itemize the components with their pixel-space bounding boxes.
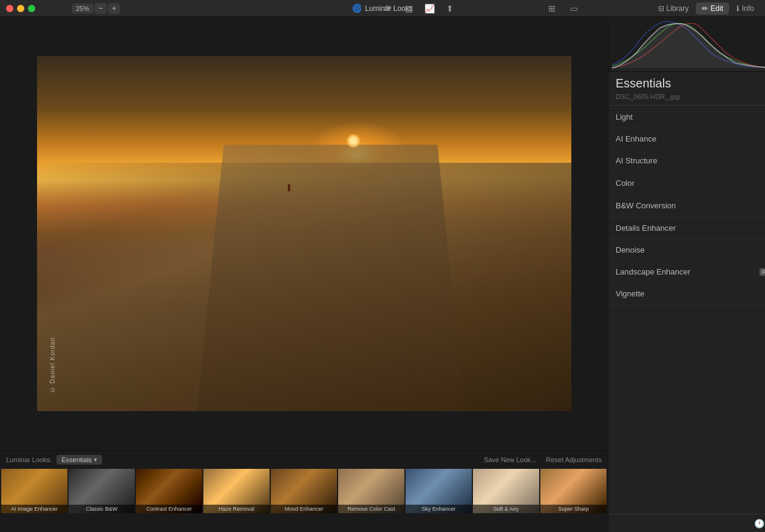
filmstrip-toolbar: Luminar Looks: Essentials ▾ Save New Loo… [0, 451, 608, 469]
sun [347, 134, 360, 148]
histogram-chart [608, 17, 765, 71]
right-panel: ⊞ ▌▌ Essentials ▐▌ DSC_0605-HDR_.jpg Lig… [608, 17, 765, 532]
adj-label: Vignette [616, 289, 644, 298]
panel-header: Essentials ▐▌ [608, 72, 765, 93]
list-item[interactable]: Haze Removal [203, 469, 270, 513]
tab-library[interactable]: ⊟ Library [652, 2, 695, 15]
adjustment-ai-structure[interactable]: AI Structure [608, 150, 765, 172]
adjustment-details-enhancer[interactable]: Details Enhancer 🙂 [608, 217, 765, 239]
list-item[interactable]: Mood Enhancer [271, 469, 337, 513]
adj-label: Color [616, 179, 634, 188]
thumb-label: Super Sharp [540, 505, 607, 513]
thumb-label: Mood Enhancer [271, 505, 337, 513]
tab-info[interactable]: ℹ Info [730, 2, 760, 15]
adj-label: AI Structure [616, 156, 658, 165]
zoom-level[interactable]: 25% [72, 4, 93, 13]
thumb-label: Remove Color Cast [338, 505, 404, 513]
adj-label: AI Enhance [616, 134, 656, 143]
window-controls [0, 5, 35, 12]
histogram-icon[interactable]: 📈 [420, 2, 438, 15]
adjustment-light[interactable]: Light ☀ [608, 106, 765, 128]
main-area: © Daniel Kordan Luminar Looks: Essential… [0, 17, 765, 532]
adj-label: B&W Conversion [616, 201, 676, 210]
photo-watermark: © Daniel Kordan [49, 337, 56, 393]
filmstrip-tag[interactable]: Essentials ▾ [56, 455, 102, 465]
list-item[interactable]: Contrast Enhancer [136, 469, 202, 513]
thumb-label: Contrast Enhancer [136, 505, 202, 513]
close-button[interactable] [6, 5, 13, 12]
zoom-minus-button[interactable]: − [95, 3, 107, 14]
adjustment-denoise[interactable]: Denoise [608, 239, 765, 261]
adj-label: Denoise [616, 245, 645, 254]
pro-badge: PRO [760, 268, 765, 276]
grid-icon[interactable]: ⊞ [543, 2, 561, 15]
image-container[interactable]: © Daniel Kordan [0, 17, 608, 450]
minimize-button[interactable] [17, 5, 24, 12]
thumb-label: Soft & Airy [473, 505, 539, 513]
edit-icon: ✏ [702, 4, 708, 13]
photo: © Daniel Kordan [37, 56, 571, 411]
list-item[interactable]: Super Sharp [540, 469, 607, 513]
toolbar-right: ⊟ Library ✏ Edit ℹ Info [652, 2, 765, 15]
list-item[interactable]: Soft & Airy [473, 469, 539, 513]
tab-edit[interactable]: ✏ Edit [696, 2, 729, 15]
list-item[interactable]: AI Image Enhancer [1, 469, 67, 513]
adjustment-ai-enhance[interactable]: AI Enhance [608, 128, 765, 150]
adjustment-landscape-enhancer[interactable]: Landscape Enhancer PRO [608, 261, 765, 283]
library-icon: ⊟ [658, 4, 664, 13]
filmstrip-area: Luminar Looks: Essentials ▾ Save New Loo… [0, 450, 608, 532]
list-item[interactable]: Classic B&W [69, 469, 135, 513]
histogram-area: ⊞ ▌▌ [608, 17, 765, 72]
adj-label: Light [616, 112, 633, 121]
adjustment-color[interactable]: Color ☀ [608, 172, 765, 194]
adjustment-bw-conversion[interactable]: B&W Conversion 🎨 [608, 194, 765, 217]
panel-bottom-icons: 🕐 ··· [608, 514, 765, 532]
adjustments-list: Light ☀ AI Enhance AI Structure Color ☀ … [608, 106, 765, 514]
canvas-area: © Daniel Kordan Luminar Looks: Essential… [0, 17, 608, 532]
adj-label: Details Enhancer [616, 223, 676, 233]
thumb-label: Sky Enhancer [406, 505, 472, 513]
single-view-icon[interactable]: ▭ [565, 2, 583, 15]
clock-icon[interactable]: 🕐 [754, 519, 764, 528]
adj-label: Landscape Enhancer [616, 267, 690, 276]
maximize-button[interactable] [28, 5, 35, 12]
cliff-shape [197, 145, 464, 411]
eye-icon[interactable]: 👁 [379, 2, 397, 15]
adjustment-vignette[interactable]: Vignette [608, 283, 765, 305]
thumb-label: AI Image Enhancer [1, 505, 67, 513]
info-icon: ℹ [736, 4, 739, 13]
compare-icon[interactable]: ▤ [399, 2, 418, 15]
chevron-down-icon: ▾ [94, 457, 97, 463]
save-look-button[interactable]: Save New Look... [484, 456, 536, 463]
reset-adjustments-button[interactable]: Reset Adjustments [546, 456, 602, 463]
filmstrip-actions: Save New Look... Reset Adjustments [484, 456, 602, 463]
thumb-label: Haze Removal [203, 505, 270, 513]
zoom-plus-button[interactable]: + [108, 3, 120, 14]
filmstrip: AI Image Enhancer Classic B&W Contrast E… [0, 469, 608, 532]
filmstrip-label: Luminar Looks: [6, 456, 52, 463]
thumb-label: Classic B&W [69, 505, 135, 513]
list-item[interactable]: Sky Enhancer [406, 469, 472, 513]
list-item[interactable]: Remove Color Cast [338, 469, 404, 513]
person-figure [288, 184, 290, 191]
panel-title: Essentials [616, 77, 671, 90]
titlebar: 25% − + 🌀 Luminar Looks 👁 ▤ 📈 ⬆ ⊞ ▭ ⊟ Li… [0, 0, 765, 17]
file-name: DSC_0605-HDR_.jpg [608, 93, 765, 106]
export-icon[interactable]: ⬆ [441, 2, 459, 15]
